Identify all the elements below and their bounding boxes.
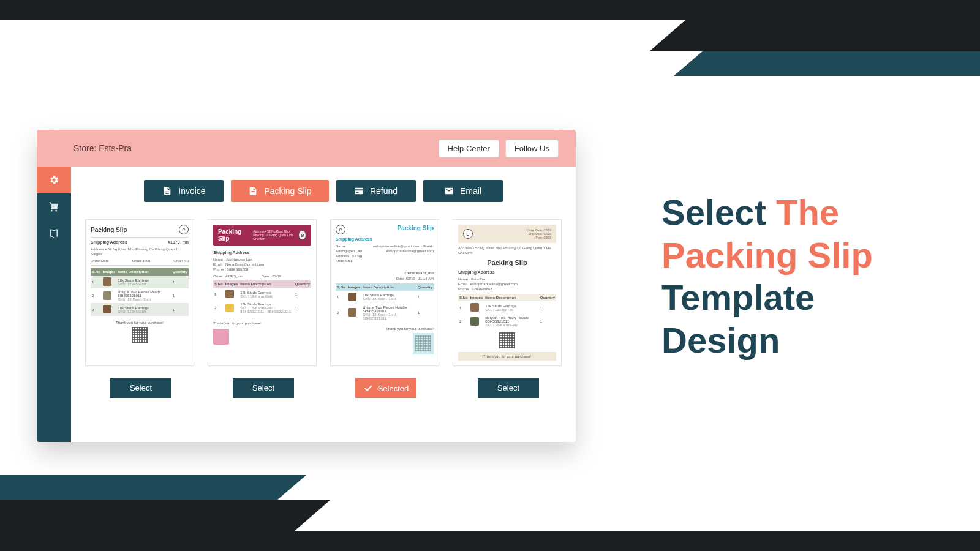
template-card-4[interactable]: e Order Date: 02/19Ship Date: 02/20Print… (453, 219, 562, 366)
caption-pre: Select (662, 192, 776, 232)
selected-label: Selected (378, 384, 409, 393)
logo-icon: e (179, 225, 189, 234)
tpl-sublabel: eshopmarketlink@gmail.com · Email: eshop… (364, 244, 434, 268)
template-card-1[interactable]: Packing Slip e Shipping Address #1373_mn… (85, 219, 194, 366)
tab-packing-slip[interactable]: Packing Slip (231, 180, 328, 202)
main-area: Invoice Packing Slip Refund Email (71, 167, 576, 442)
logo-icon: e (336, 225, 345, 234)
sidebar-item-cart[interactable] (37, 193, 71, 220)
tpl-title: Packing Slip (218, 228, 253, 242)
order-ref: #1373_mn (168, 240, 189, 244)
tpl-address: Address • 52 Ng Khac Nhu Phuong Co Giang… (91, 247, 189, 257)
shipping-heading: Shipping Address (91, 240, 127, 244)
shipping-heading: Shipping Address (336, 237, 372, 241)
slide-canvas: Select The Packing Slip Template Design … (0, 20, 980, 531)
caption-post: Template Design (662, 277, 815, 360)
help-center-button[interactable]: Help Center (439, 140, 499, 157)
tpl-footer: Thank you for your purchase! (213, 321, 311, 325)
tpl-footer: Thank you for your purchase! (91, 321, 189, 324)
accent-top-right-dark (649, 20, 980, 51)
document-lines-icon (248, 186, 258, 196)
gear-icon (48, 174, 59, 186)
tpl-title: Packing Slip (91, 227, 127, 233)
frame-bar-top (0, 0, 980, 20)
document-icon (162, 186, 172, 196)
tpl-title: Packing Slip (458, 259, 556, 266)
template-card-2[interactable]: Packing Slip Address • 52 Ng Khac Nhu Ph… (208, 219, 317, 366)
tab-email[interactable]: Email (423, 180, 503, 202)
book-icon (48, 228, 59, 239)
cart-icon (48, 201, 59, 212)
selected-button-3[interactable]: Selected (355, 378, 417, 398)
logo-icon: e (463, 229, 473, 239)
tpl-footer: Thank you for your purchase! (458, 352, 556, 361)
tpl-items-table: S.NoImagesItems DescriptionQuantity 118k… (213, 280, 311, 315)
check-icon (363, 383, 373, 393)
card-icon (354, 186, 364, 196)
tab-refund[interactable]: Refund (336, 180, 416, 202)
sidebar-item-settings[interactable] (37, 167, 71, 193)
app-body: Invoice Packing Slip Refund Email (37, 167, 576, 442)
tab-label: Packing Slip (264, 186, 311, 196)
tpl-address: Address • 52 Ng Khac Nhu Phuong Co Giang… (458, 246, 556, 255)
stamp-icon (213, 329, 229, 345)
qr-icon (132, 327, 148, 343)
shipping-heading: Shipping Address (458, 270, 495, 274)
template-card-3[interactable]: e Packing Slip Shipping Address Name Add… (330, 219, 439, 366)
app-window: Store: Ests-Pra Help Center Follow Us (37, 130, 576, 442)
header-buttons: Help Center Follow Us (439, 140, 559, 157)
tpl-items-table: S.NoImagesItems DescriptionQuantity 118k… (91, 268, 189, 316)
frame-bar-bottom (0, 531, 980, 551)
slide-caption: Select The Packing Slip Template Design (662, 191, 894, 361)
tpl-items-table: S.NoImagesItems DescriptionQuantity 118k… (458, 294, 556, 329)
select-button-row: Select Select Selected Select (83, 378, 564, 398)
qr-icon (499, 332, 515, 348)
tpl-address: Address • 52 Ng Khac Nhu Phuong Co Giang… (253, 230, 296, 241)
sidebar (37, 167, 71, 442)
select-button-2[interactable]: Select (233, 378, 294, 398)
tab-invoice[interactable]: Invoice (144, 180, 224, 202)
sidebar-item-docs[interactable] (37, 220, 71, 247)
tab-label: Email (460, 186, 481, 196)
select-button-4[interactable]: Select (478, 378, 539, 398)
select-button-1[interactable]: Select (110, 378, 172, 398)
qr-icon (413, 333, 434, 354)
mail-icon (444, 186, 454, 196)
template-row: Packing Slip e Shipping Address #1373_mn… (83, 219, 564, 366)
tab-label: Invoice (178, 186, 205, 196)
shipping-heading: Shipping Address (213, 250, 250, 255)
store-label: Store: Ests-Pra (74, 143, 132, 153)
tpl-title: Packing Slip (398, 225, 434, 231)
tpl-footer: Thank you for your purchase! (336, 327, 434, 331)
logo-icon: e (298, 230, 306, 240)
accent-bottom-left-dark (0, 500, 331, 531)
tabs: Invoice Packing Slip Refund Email (83, 180, 564, 202)
follow-us-button[interactable]: Follow Us (505, 140, 559, 157)
app-header: Store: Ests-Pra Help Center Follow Us (37, 130, 576, 167)
tab-label: Refund (370, 186, 398, 196)
tpl-items-table: S.NoImagesItems DescriptionQuantity 118k… (336, 283, 434, 322)
